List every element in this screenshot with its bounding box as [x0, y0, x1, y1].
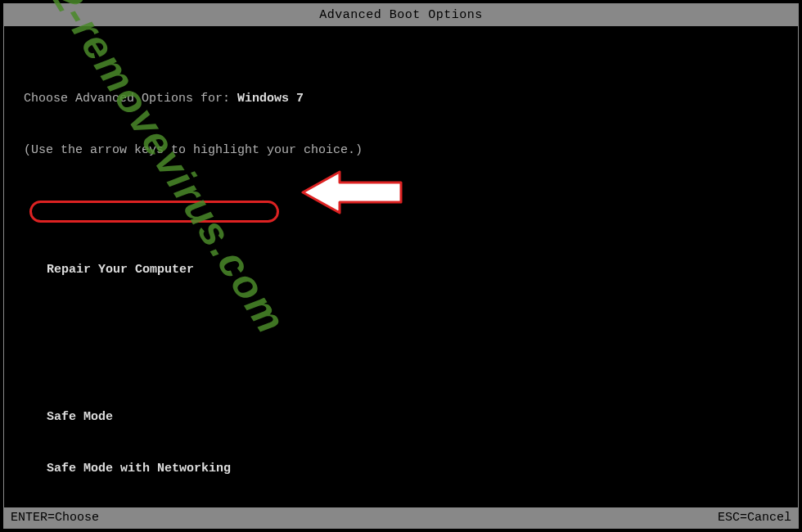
boot-screen: Advanced Boot Options Choose Advanced Op… [3, 3, 799, 529]
intro-label: Choose Advanced Options for: [24, 92, 237, 106]
intro-hint: (Use the arrow keys to highlight your ch… [24, 142, 778, 159]
footer-esc: ESC=Cancel [718, 511, 791, 525]
repair-group: Repair Your Computer [43, 227, 778, 313]
intro-line: Choose Advanced Options for: Windows 7 [24, 90, 778, 107]
menu-repair-computer[interactable]: Repair Your Computer [43, 261, 197, 278]
footer-enter: ENTER=Choose [11, 511, 99, 525]
title-bar: Advanced Boot Options [4, 4, 798, 26]
content-area: Choose Advanced Options for: Windows 7 (… [4, 26, 798, 532]
menu-safe-mode-networking[interactable]: Safe Mode with Networking [43, 460, 234, 477]
intro-os: Windows 7 [237, 92, 304, 106]
menu-safe-mode[interactable]: Safe Mode [43, 408, 116, 426]
footer-bar: ENTER=Choose ESC=Cancel [4, 507, 798, 528]
